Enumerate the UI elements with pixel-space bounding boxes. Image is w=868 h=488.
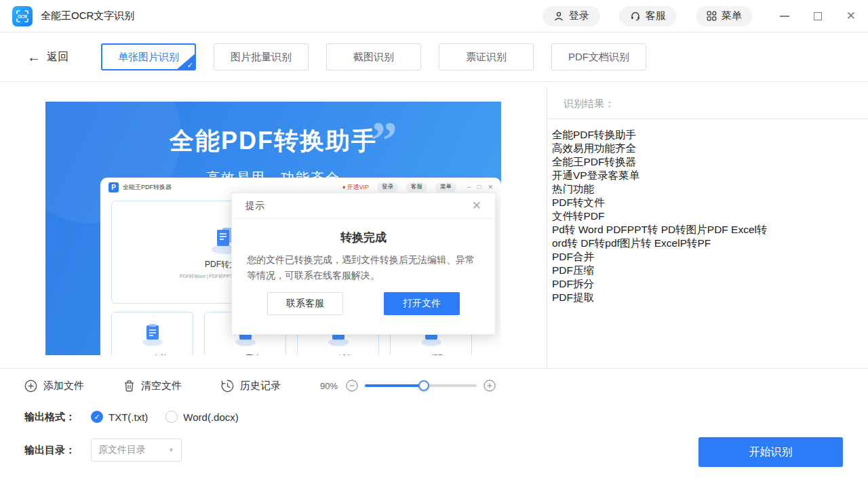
result-line: 高效易用功能齐全 [552, 142, 861, 155]
dialog-heading: 转换完成 [232, 230, 495, 245]
close-icon: ✕ [488, 184, 493, 190]
dialog-title: 提示 [245, 200, 264, 212]
back-label: 返回 [47, 50, 68, 64]
history-label: 历史记录 [240, 380, 281, 392]
pdf-merge-icon [139, 323, 166, 346]
contact-service-button[interactable]: 联系客服 [267, 292, 343, 315]
card-title: PDF拆分 [323, 353, 353, 355]
maximize-icon: □ [477, 184, 481, 190]
bottom-panel: 添加文件 清空文件 历史记录 90% [0, 369, 868, 487]
format-option-word[interactable]: Word(.docx) [183, 411, 238, 423]
zoom-control: 90% [320, 380, 496, 392]
quote-icon: ” [371, 114, 397, 167]
file-toolbar: 添加文件 清空文件 历史记录 90% [0, 369, 868, 403]
pdf-app-service: 客服 [406, 182, 427, 192]
zoom-in-icon[interactable] [484, 380, 496, 392]
dialog-body-text: 您的文件已转换完成，遇到文件转换后无法编辑、异常等情况，可联系在线客服解决。 [232, 252, 495, 283]
output-format-label: 输出格式： [24, 411, 91, 424]
format-option-txt[interactable]: TXT(.txt) [108, 411, 148, 423]
customer-service-button[interactable]: 客服 [619, 6, 677, 26]
clear-files-button[interactable]: 清空文件 [123, 380, 182, 392]
main-area: 全能PDF转换助手 ” 高效易用 功能齐全 P 全能王PDF转换器 ♦ 开通VI… [0, 82, 868, 369]
dialog-close-icon[interactable]: ✕ [472, 199, 481, 213]
radio-txt-checked[interactable]: ✓ [91, 411, 103, 423]
tab-single-image-ocr[interactable]: 单张图片识别 ✓ [101, 43, 196, 70]
pdf-merge-card: PDF合并 [111, 312, 193, 355]
tab-bar: ← 返回 单张图片识别 ✓ 图片批量识别 截图识别 票证识别 PDF文档识别 [0, 33, 868, 82]
source-image-preview: 全能PDF转换助手 ” 高效易用 功能齐全 P 全能王PDF转换器 ♦ 开通VI… [45, 102, 501, 355]
open-file-button[interactable]: 打开文件 [384, 292, 460, 315]
result-line: 热门功能 [552, 182, 861, 196]
recognition-result-panel: 识别结果： 全能PDF转换助手 高效易用功能齐全 全能王PDF转换器 开通VP登… [547, 87, 868, 368]
result-line: PDF拆分 [552, 277, 861, 291]
result-line: Pd转 Word PDFPPT转 PD转图片PDF Excel转 [552, 223, 861, 237]
zoom-slider-thumb[interactable] [418, 380, 429, 391]
tab-ticket-ocr[interactable]: 票证识别 [439, 43, 534, 70]
output-dir-select[interactable]: 原文件目录 ▼ [91, 439, 182, 462]
zoom-slider-fill [365, 384, 424, 387]
back-button[interactable]: ← 返回 [27, 50, 68, 64]
add-circle-icon [24, 380, 37, 392]
tab-label: 图片批量识别 [231, 51, 292, 64]
start-recognition-button[interactable]: 开始识别 [698, 437, 843, 467]
history-clock-icon [221, 380, 234, 392]
output-format-row: 输出格式： ✓ TXT(.txt) Word(.docx) [0, 403, 868, 431]
result-line: 开通VP登录客菜单 [552, 169, 861, 182]
zoom-slider[interactable] [365, 384, 477, 387]
vip-badge: ♦ 开通VIP [342, 183, 369, 192]
zoom-value: 90% [320, 381, 338, 391]
zoom-out-icon[interactable] [346, 380, 358, 392]
title-bar: OCR 全能王OCR文字识别 登录 客服 菜单 ✕ [0, 0, 868, 33]
add-file-button[interactable]: 添加文件 [24, 380, 84, 392]
card-title: PDF提取 [416, 353, 446, 355]
svg-text:OCR: OCR [18, 14, 28, 18]
output-dir-label: 输出目录： [24, 444, 91, 457]
result-line: PDF转文件 [552, 196, 861, 209]
result-line: PDF压缩 [552, 264, 861, 277]
customer-service-label: 客服 [646, 9, 666, 22]
tab-screenshot-ocr[interactable]: 截图识别 [326, 43, 421, 70]
radio-word-unchecked[interactable] [165, 411, 178, 423]
login-label: 登录 [569, 9, 589, 22]
trash-icon [123, 380, 135, 392]
maximize-icon[interactable] [814, 12, 822, 20]
pdf-app-logo-icon: P [108, 182, 119, 192]
output-dir-value: 原文件目录 [98, 444, 146, 456]
window-controls: ✕ [780, 10, 856, 22]
result-line: 全能PDF转换助手 [552, 128, 861, 142]
card-title: PDF合并 [138, 353, 167, 355]
result-line: 文件转PDF [552, 209, 861, 223]
clear-files-label: 清空文件 [141, 380, 182, 392]
pdf-app-title: 全能王PDF转换器 [123, 183, 172, 192]
result-text[interactable]: 全能PDF转换助手 高效易用功能齐全 全能王PDF转换器 开通VP登录客菜单 热… [547, 119, 868, 304]
add-file-label: 添加文件 [43, 380, 84, 392]
pdf-app-menu: 菜单 [435, 182, 456, 192]
login-button[interactable]: 登录 [542, 6, 600, 26]
menu-button[interactable]: 菜单 [696, 6, 753, 26]
check-icon: ✓ [94, 413, 100, 422]
tab-batch-image-ocr[interactable]: 图片批量识别 [214, 43, 309, 70]
minimize-icon[interactable] [780, 16, 789, 17]
headset-icon [630, 11, 641, 22]
tab-label: 票证识别 [466, 51, 507, 64]
card-title: PDF压缩 [231, 353, 260, 355]
chevron-down-icon: ▼ [168, 447, 174, 453]
user-icon [553, 11, 564, 22]
result-line: PDF合并 [552, 250, 861, 264]
tab-pdf-ocr[interactable]: PDF文档识别 [551, 43, 646, 70]
app-title: 全能王OCR文字识别 [41, 9, 134, 22]
result-header: 识别结果： [547, 87, 868, 119]
pdf-app-login: 登录 [377, 182, 398, 192]
history-button[interactable]: 历史记录 [221, 380, 281, 392]
result-line: 全能王PDF转换器 [552, 155, 861, 169]
menu-grid-icon [707, 11, 717, 21]
close-icon[interactable]: ✕ [846, 10, 856, 22]
pdf-app-window-controls: – □ ✕ [467, 184, 493, 190]
minimize-icon: – [467, 184, 471, 190]
result-line: ord转 DF转pdf图片转 ExcelP转PF [552, 237, 861, 250]
check-icon: ✓ [187, 62, 193, 69]
menu-label: 菜单 [722, 9, 742, 22]
back-arrow-icon: ← [27, 50, 41, 64]
app-logo-ocr-icon: OCR [12, 6, 33, 26]
tab-label: 单张图片识别 [118, 51, 179, 64]
